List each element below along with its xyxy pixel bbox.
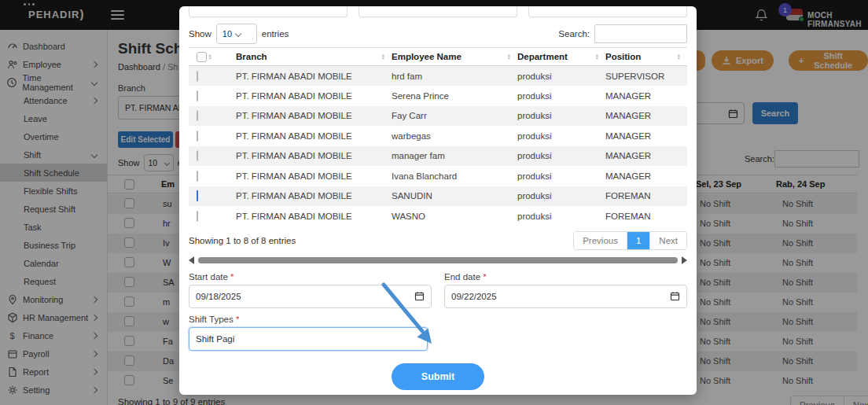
column-header-department[interactable]: Department bbox=[517, 52, 568, 61]
table-row-selected[interactable]: PT. FIRMAN ABADI MOBILESANUDINproduksiFO… bbox=[189, 186, 687, 207]
row-checkbox[interactable] bbox=[197, 131, 198, 142]
sort-icon[interactable]: ▲▼ bbox=[677, 53, 681, 61]
row-checkbox[interactable] bbox=[197, 150, 198, 161]
employee-table: ▲▼ Branch▲▼ Employee Name▲▼ Department▲▼… bbox=[189, 47, 687, 226]
modal-search-label: Search: bbox=[558, 29, 590, 39]
scroll-right-arrow-icon[interactable] bbox=[682, 256, 687, 264]
row-checkbox[interactable] bbox=[197, 190, 198, 201]
app-window: PEHADIR) 1 MOCH FIRMANSYAH Dashboard Emp… bbox=[0, 0, 868, 405]
table-row[interactable]: PT. FIRMAN ABADI MOBILEmanager famproduk… bbox=[189, 146, 687, 167]
sort-icon[interactable]: ▲▼ bbox=[381, 53, 385, 61]
column-header-employee-name[interactable]: Employee Name bbox=[392, 52, 462, 61]
filter-input[interactable] bbox=[528, 6, 687, 17]
chevron-down-icon bbox=[235, 31, 241, 37]
sort-icon[interactable]: ▲▼ bbox=[208, 53, 212, 61]
scrollbar-thumb[interactable] bbox=[198, 257, 678, 263]
next-page-button[interactable]: Next bbox=[649, 232, 686, 249]
table-row[interactable]: PT. FIRMAN ABADI MOBILEFay CarrproduksiM… bbox=[189, 106, 687, 127]
required-asterisk: * bbox=[230, 272, 234, 282]
table-row[interactable]: PT. FIRMAN ABADI MOBILESerena Princeprod… bbox=[189, 86, 687, 106]
calendar-icon[interactable] bbox=[670, 291, 680, 301]
submit-button[interactable]: Submit bbox=[392, 363, 484, 390]
required-asterisk: * bbox=[483, 272, 486, 282]
horizontal-scrollbar[interactable] bbox=[189, 256, 687, 264]
modal-filter-row bbox=[189, 6, 687, 17]
modal-table-info-text: Showing 1 to 8 of 8 entries bbox=[189, 236, 296, 245]
table-row[interactable]: PT. FIRMAN ABADI MOBILEwarbegasproduksiM… bbox=[189, 126, 687, 146]
table-row[interactable]: PT. FIRMAN ABADI MOBILEhrd famproduksiSU… bbox=[189, 66, 687, 87]
modal-pagination: Previous 1 Next bbox=[573, 231, 687, 250]
column-header-branch[interactable]: Branch bbox=[236, 52, 267, 61]
assign-shift-modal: Show 10 entries Search: ▲▼ Branch▲▼ Empl… bbox=[179, 6, 697, 395]
row-checkbox[interactable] bbox=[197, 110, 198, 121]
shift-types-label: Shift Types * bbox=[189, 315, 428, 324]
sort-icon[interactable]: ▲▼ bbox=[595, 53, 599, 61]
modal-show-entries-control: Show 10 entries bbox=[189, 24, 289, 44]
end-date-label: End date * bbox=[444, 272, 687, 282]
row-checkbox[interactable] bbox=[197, 171, 198, 182]
table-row[interactable]: PT. FIRMAN ABADI MOBILEIvana Blanchardpr… bbox=[189, 166, 687, 186]
start-date-input[interactable] bbox=[189, 285, 432, 308]
scroll-left-arrow-icon[interactable] bbox=[189, 256, 194, 264]
table-row[interactable]: PT. FIRMAN ABADI MOBILEWASNOproduksiFORE… bbox=[189, 206, 687, 226]
sort-icon[interactable]: ▲▼ bbox=[507, 53, 511, 61]
calendar-icon[interactable] bbox=[414, 291, 425, 301]
row-checkbox[interactable] bbox=[197, 71, 198, 82]
shift-types-input[interactable] bbox=[189, 327, 428, 351]
start-date-label: Start date * bbox=[189, 272, 432, 282]
filter-input[interactable] bbox=[189, 6, 348, 17]
previous-page-button[interactable]: Previous bbox=[574, 232, 627, 249]
page-1-button[interactable]: 1 bbox=[627, 232, 649, 249]
select-all-checkbox[interactable] bbox=[197, 52, 207, 62]
end-date-input[interactable] bbox=[444, 285, 687, 308]
row-checkbox[interactable] bbox=[197, 90, 198, 101]
required-asterisk: * bbox=[236, 315, 239, 324]
filter-input[interactable] bbox=[359, 6, 517, 17]
modal-page-length-select[interactable]: 10 bbox=[216, 24, 257, 44]
modal-search-input[interactable] bbox=[594, 24, 687, 43]
column-header-position[interactable]: Position bbox=[605, 52, 641, 61]
row-checkbox[interactable] bbox=[197, 211, 198, 222]
